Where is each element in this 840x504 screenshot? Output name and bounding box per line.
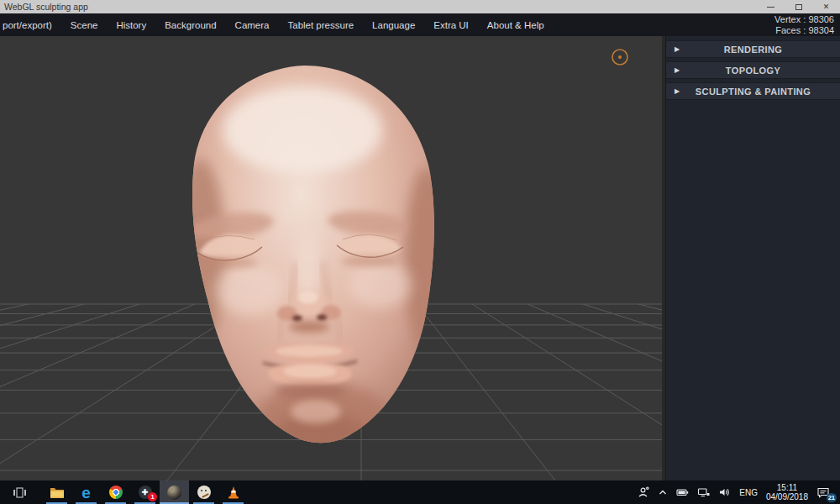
panel-rendering[interactable]: ▶ RENDERING	[666, 40, 840, 58]
minimize-icon	[767, 7, 774, 8]
faces-count: Faces : 98304	[774, 25, 834, 36]
chevron-right-icon: ▶	[675, 46, 680, 53]
mesh-stats: Vertex : 98306 Faces : 98304	[774, 14, 834, 36]
battery-icon	[676, 486, 689, 498]
panel-label: SCULPTING & PAINTING	[666, 87, 840, 97]
menu-about-help[interactable]: About & Help	[487, 20, 544, 30]
gimp-button[interactable]	[189, 480, 218, 504]
sculpt-app-icon	[167, 486, 181, 500]
file-explorer-icon	[50, 486, 65, 499]
action-center-button[interactable]: 21	[812, 480, 837, 504]
task-view-button[interactable]	[5, 480, 34, 504]
volume-icon	[718, 486, 731, 498]
hidden-icons-button[interactable]	[654, 480, 672, 504]
gimp-icon	[197, 486, 211, 499]
tray-time: 15:11	[766, 483, 808, 492]
window-title: WebGL sculpting app	[0, 2, 757, 12]
menu-scene[interactable]: Scene	[71, 20, 98, 30]
edge-button[interactable]: e	[71, 480, 101, 504]
volume-button[interactable]	[714, 480, 735, 504]
edge-icon: e	[81, 485, 91, 501]
menu-bar: port/export) Scene History Background Ca…	[0, 13, 840, 36]
network-icon	[697, 486, 710, 498]
minimize-button[interactable]	[757, 0, 785, 13]
task-view-icon	[13, 486, 27, 499]
window-controls: ✕	[757, 0, 840, 13]
sculpt-head	[175, 66, 450, 459]
people-button[interactable]	[633, 480, 654, 504]
menu-history[interactable]: History	[116, 20, 146, 30]
windows-taskbar: e ✚ 1	[0, 480, 840, 504]
menu-extra-ui[interactable]: Extra UI	[433, 20, 469, 30]
menu-camera[interactable]: Camera	[235, 20, 270, 30]
system-tray: ENG 15:11 04/09/2018 21	[633, 480, 840, 504]
maximize-button[interactable]	[785, 0, 812, 13]
tray-date: 04/09/2018	[766, 492, 808, 501]
messaging-app-button[interactable]: ✚ 1	[130, 480, 160, 504]
tool-sidebar: ▶ RENDERING ▶ TOPOLOGY ▶ SCULPTING & PAI…	[666, 36, 840, 480]
clock[interactable]: 15:11 04/09/2018	[762, 480, 812, 504]
menu-background[interactable]: Background	[165, 20, 216, 30]
scene-canvas[interactable]	[0, 36, 662, 480]
file-explorer-button[interactable]	[42, 480, 71, 504]
brush-cursor	[612, 50, 627, 65]
chevron-right-icon: ▶	[675, 67, 680, 74]
vlc-button[interactable]	[218, 480, 248, 504]
close-button[interactable]: ✕	[812, 0, 840, 13]
vertex-count: Vertex : 98306	[774, 14, 834, 25]
menu-files-import-export[interactable]: port/export)	[3, 20, 52, 30]
battery-button[interactable]	[672, 480, 693, 504]
panel-label: TOPOLOGY	[666, 66, 840, 76]
chrome-button[interactable]	[101, 480, 130, 504]
maximize-icon	[795, 4, 802, 10]
people-icon	[638, 486, 649, 498]
title-bar: WebGL sculpting app ✕	[0, 0, 840, 13]
close-icon: ✕	[823, 3, 830, 11]
sculpt-app-button[interactable]	[160, 480, 189, 504]
chevron-right-icon: ▶	[675, 88, 680, 95]
network-button[interactable]	[693, 480, 714, 504]
vlc-icon	[226, 486, 241, 500]
action-center-count: 21	[827, 493, 837, 502]
taskbar-apps: e ✚ 1	[0, 480, 248, 504]
main-area: ▶ RENDERING ▶ TOPOLOGY ▶ SCULPTING & PAI…	[0, 36, 840, 480]
app-window: WebGL sculpting app ✕ port/export) Scene…	[0, 0, 840, 504]
menu-tablet-pressure[interactable]: Tablet pressure	[287, 20, 354, 30]
panel-topology[interactable]: ▶ TOPOLOGY	[666, 61, 840, 79]
language-indicator[interactable]: ENG	[735, 480, 762, 504]
panel-sculpting-painting[interactable]: ▶ SCULPTING & PAINTING	[666, 82, 840, 100]
notification-badge: 1	[148, 492, 157, 501]
panel-label: RENDERING	[666, 45, 840, 55]
viewport	[0, 36, 662, 480]
menu-language[interactable]: Language	[372, 20, 415, 30]
chevron-up-icon	[658, 487, 668, 497]
chrome-icon	[109, 486, 123, 499]
